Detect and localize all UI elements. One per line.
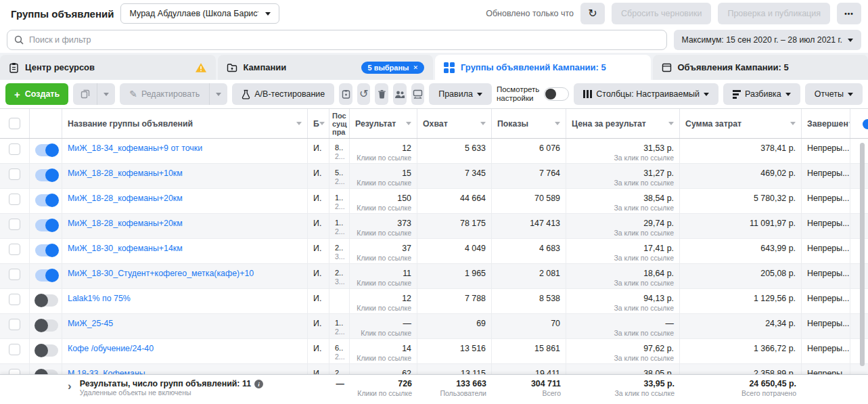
breakdown-label: Разбивка <box>745 89 781 99</box>
ab-test-button[interactable]: A/B-тестирование <box>232 83 334 105</box>
cost-per-result-label: За клик по ссылке <box>614 229 674 237</box>
ends-value: Непреры... <box>807 319 849 328</box>
export-charts-button[interactable] <box>411 83 425 105</box>
budget-cell: И. <box>313 344 321 353</box>
folder-icon <box>227 63 237 72</box>
delivery-toggle[interactable] <box>35 269 58 282</box>
search-box[interactable] <box>7 30 667 50</box>
rules-button[interactable]: Правила <box>429 83 492 105</box>
more-button[interactable]: ••• <box>837 3 861 24</box>
adset-name-link[interactable]: МиЖ_18-34_кофеманы+9 от точки <box>68 143 202 153</box>
duplicate-button[interactable] <box>73 83 97 105</box>
tab-campaigns[interactable]: Кампании 5 выбраны ✕ <box>218 55 434 80</box>
impressions-value: 2 081 <box>497 269 560 278</box>
delivery-toggle[interactable] <box>35 169 58 181</box>
column-header-result[interactable]: Результат <box>350 109 417 138</box>
column-header-budget[interactable]: Б <box>308 109 329 138</box>
breakdown-button[interactable]: Разбивка <box>723 83 800 105</box>
summary-dash: — <box>308 375 350 404</box>
toolbar: + Создать ✎ Редактировать A/B-тестирован… <box>0 80 868 108</box>
column-header-impressions[interactable]: Показы <box>492 109 566 138</box>
adset-name-link[interactable]: МиЖ_18-28_кофеманы+10км <box>68 169 183 178</box>
column-header-last-edit[interactable]: Пос сущ пра <box>329 109 350 138</box>
edit-menu-button[interactable] <box>210 83 227 105</box>
undo-button[interactable]: ↺ <box>357 83 371 105</box>
pin-button[interactable] <box>339 83 352 105</box>
delete-button[interactable] <box>375 83 388 105</box>
column-header-reach[interactable]: Охват <box>417 109 492 138</box>
review-publish-button[interactable]: Проверка и публикация <box>718 3 830 24</box>
column-header-amount-spent[interactable]: Сумма затрат <box>680 109 802 138</box>
cost-per-result-value: 29,74 р. <box>643 219 674 228</box>
last-edit-time: 2... <box>335 227 344 235</box>
delivery-toggle[interactable] <box>35 344 58 357</box>
refresh-icon: ↻ <box>588 8 597 19</box>
delivery-toggle[interactable] <box>35 294 58 307</box>
adset-name-link[interactable]: Кофе /обучение/24-40 <box>68 344 154 353</box>
adset-name-link[interactable]: МиЖ_18-30_кофеманы+14км <box>68 244 183 253</box>
adset-name-link[interactable]: МиЖ_25-45 <box>68 319 113 328</box>
refresh-button[interactable]: ↻ <box>580 3 605 24</box>
adset-name-link[interactable]: МиЖ_18-28_кофеманы+20км <box>68 219 183 228</box>
date-range-selector[interactable]: Максимум: 15 сен 2020 г. – 28 июл 2021 г… <box>674 30 861 50</box>
row-checkbox[interactable] <box>9 294 20 305</box>
adset-name-link[interactable]: Lalak1% по 75% <box>68 294 131 303</box>
column-header-ends[interactable]: Завершен <box>802 109 850 138</box>
sort-icon <box>406 122 411 125</box>
row-checkbox[interactable] <box>9 319 20 330</box>
columns-button[interactable]: Столбцы: Настраиваемый <box>574 83 718 105</box>
info-icon[interactable]: i <box>254 380 263 388</box>
result-label: Клики по ссылке <box>357 179 411 187</box>
cost-per-result-label: За клик по ссылке <box>614 279 674 287</box>
delivery-toggle[interactable] <box>35 144 58 156</box>
delivery-toggle[interactable] <box>35 319 58 332</box>
discard-drafts-button[interactable]: Сбросить черновики <box>612 3 711 24</box>
tab-ads[interactable]: Объявления Кампании: 5 <box>653 55 868 80</box>
close-icon[interactable]: ✕ <box>413 64 418 71</box>
column-header-name[interactable]: Название группы объявлений <box>62 109 308 138</box>
chevron-down-icon <box>704 93 709 96</box>
tab-resource-center[interactable]: Центр ресурсов <box>0 55 216 80</box>
search-input[interactable] <box>29 35 660 45</box>
reports-button[interactable]: Отчеты <box>805 83 863 105</box>
row-checkbox[interactable] <box>9 169 20 180</box>
create-button[interactable]: + Создать <box>5 83 68 105</box>
toggle-knob <box>45 169 59 182</box>
delivery-toggle[interactable] <box>35 369 58 374</box>
delivery-toggle[interactable] <box>35 219 58 231</box>
last-edit-date: 8.. <box>335 143 344 152</box>
column-header-cost-per-result[interactable]: Цена за результат <box>566 109 680 138</box>
account-selector[interactable]: Мурад Абдуллаев (Школа Бариста) ... <box>120 3 279 24</box>
last-edit-time: 3... <box>335 277 344 286</box>
impressions-value: 70 <box>497 319 560 328</box>
adset-name-link[interactable]: М 18-33_Кофеманы <box>68 369 145 374</box>
delivery-toggle[interactable] <box>35 244 58 256</box>
chevron-down-icon <box>216 93 221 96</box>
tab-ad-sets[interactable]: Группы объявлений Кампании: 5 <box>435 55 651 80</box>
budget-cell: И. <box>313 194 321 203</box>
vertical-scrollbar[interactable] <box>860 143 865 366</box>
impressions-value: 15 861 <box>497 344 560 353</box>
row-checkbox[interactable] <box>9 219 20 230</box>
row-checkbox[interactable] <box>9 344 20 355</box>
pencil-icon: ✎ <box>129 89 137 99</box>
cost-per-result-value: 18,64 р. <box>643 269 674 278</box>
cost-per-result-label: За клик по ссылке <box>614 354 674 362</box>
row-checkbox[interactable] <box>9 369 20 374</box>
edit-button[interactable]: ✎ Редактировать <box>120 83 210 105</box>
delivery-toggle[interactable] <box>35 194 58 206</box>
adset-name-link[interactable]: МиЖ_18-28_кофеманы+20км <box>68 194 183 203</box>
row-checkbox[interactable] <box>9 269 20 280</box>
amount-spent-value: 1 129,56 р. <box>685 294 796 303</box>
row-checkbox[interactable] <box>9 194 20 205</box>
expand-chevron-icon[interactable]: › <box>68 380 72 404</box>
row-checkbox[interactable] <box>9 244 20 255</box>
selection-badge[interactable]: 5 выбраны ✕ <box>361 62 424 74</box>
row-checkbox[interactable] <box>9 143 20 155</box>
view-settings-toggle[interactable] <box>544 87 569 101</box>
select-all-checkbox[interactable] <box>9 118 20 129</box>
adset-name-link[interactable]: МиЖ_18-30_Студент+кофегео_метка(кафе)+10 <box>68 269 254 278</box>
edit-button-label: Редактировать <box>141 89 200 99</box>
duplicate-menu-button[interactable] <box>97 83 115 105</box>
audience-button[interactable] <box>393 83 407 105</box>
